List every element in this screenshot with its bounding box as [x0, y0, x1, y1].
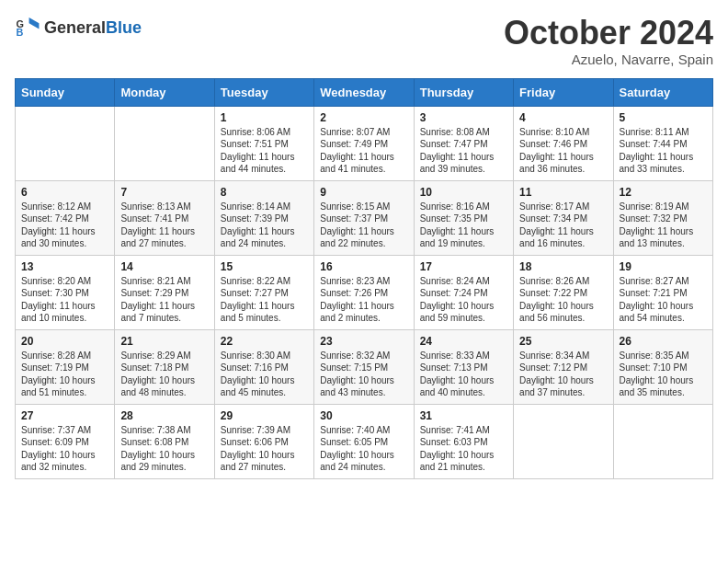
day-number: 31: [420, 409, 507, 422]
day-info: Sunrise: 8:10 AM Sunset: 7:46 PM Dayligh…: [519, 126, 607, 176]
day-info: Sunrise: 7:37 AM Sunset: 6:09 PM Dayligh…: [21, 424, 108, 474]
day-number: 7: [120, 186, 208, 199]
day-number: 18: [519, 260, 607, 273]
day-info: Sunrise: 8:15 AM Sunset: 7:37 PM Dayligh…: [320, 201, 407, 250]
calendar-cell: 25Sunrise: 8:34 AM Sunset: 7:12 PM Dayli…: [514, 329, 613, 404]
calendar-cell: 31Sunrise: 7:41 AM Sunset: 6:03 PM Dayli…: [414, 404, 513, 478]
calendar-cell: 26Sunrise: 8:35 AM Sunset: 7:10 PM Dayli…: [613, 329, 712, 404]
day-number: 1: [221, 111, 308, 124]
day-number: 16: [320, 260, 407, 273]
calendar-cell: 9Sunrise: 8:15 AM Sunset: 7:37 PM Daylig…: [314, 180, 414, 255]
weekday-header-monday: Monday: [115, 78, 214, 106]
title-area: October 2024 Azuelo, Navarre, Spain: [504, 15, 713, 67]
calendar-table: SundayMondayTuesdayWednesdayThursdayFrid…: [15, 78, 713, 479]
day-info: Sunrise: 8:13 AM Sunset: 7:41 PM Dayligh…: [120, 201, 208, 250]
day-number: 8: [221, 186, 308, 199]
logo-blue-text: Blue: [106, 18, 142, 37]
day-info: Sunrise: 7:40 AM Sunset: 6:05 PM Dayligh…: [320, 424, 407, 474]
day-number: 15: [221, 260, 308, 273]
calendar-cell: 7Sunrise: 8:13 AM Sunset: 7:41 PM Daylig…: [115, 180, 214, 255]
day-number: 24: [420, 335, 507, 348]
day-info: Sunrise: 8:11 AM Sunset: 7:44 PM Dayligh…: [620, 126, 707, 176]
calendar-cell: [115, 106, 214, 180]
calendar-cell: 20Sunrise: 8:28 AM Sunset: 7:19 PM Dayli…: [16, 329, 115, 404]
day-info: Sunrise: 7:41 AM Sunset: 6:03 PM Dayligh…: [420, 424, 507, 474]
day-info: Sunrise: 8:17 AM Sunset: 7:34 PM Dayligh…: [519, 201, 607, 250]
logo-icon: G B: [15, 15, 40, 40]
day-info: Sunrise: 8:24 AM Sunset: 7:24 PM Dayligh…: [420, 275, 507, 325]
calendar-cell: 19Sunrise: 8:27 AM Sunset: 7:21 PM Dayli…: [613, 255, 712, 329]
week-row-4: 20Sunrise: 8:28 AM Sunset: 7:19 PM Dayli…: [16, 329, 713, 404]
calendar-cell: 15Sunrise: 8:22 AM Sunset: 7:27 PM Dayli…: [214, 255, 313, 329]
week-row-1: 1Sunrise: 8:06 AM Sunset: 7:51 PM Daylig…: [16, 106, 713, 180]
day-info: Sunrise: 8:22 AM Sunset: 7:27 PM Dayligh…: [221, 275, 308, 325]
day-info: Sunrise: 8:27 AM Sunset: 7:21 PM Dayligh…: [620, 275, 707, 325]
calendar-cell: [16, 106, 115, 180]
day-number: 22: [221, 335, 308, 348]
logo-general-text: General: [44, 18, 106, 37]
day-number: 10: [420, 186, 507, 199]
calendar-cell: 22Sunrise: 8:30 AM Sunset: 7:16 PM Dayli…: [214, 329, 313, 404]
calendar-cell: 5Sunrise: 8:11 AM Sunset: 7:44 PM Daylig…: [613, 106, 712, 180]
day-info: Sunrise: 8:12 AM Sunset: 7:42 PM Dayligh…: [21, 201, 108, 250]
day-number: 30: [320, 409, 407, 422]
day-number: 12: [620, 186, 707, 199]
header: G B GeneralBlue October 2024 Azuelo, Nav…: [15, 15, 713, 67]
weekday-header-row: SundayMondayTuesdayWednesdayThursdayFrid…: [16, 78, 713, 106]
day-number: 20: [21, 335, 108, 348]
day-number: 9: [320, 186, 407, 199]
calendar-cell: 23Sunrise: 8:32 AM Sunset: 7:15 PM Dayli…: [314, 329, 414, 404]
day-info: Sunrise: 8:29 AM Sunset: 7:18 PM Dayligh…: [120, 350, 208, 399]
day-info: Sunrise: 8:30 AM Sunset: 7:16 PM Dayligh…: [221, 350, 308, 399]
day-number: 17: [420, 260, 507, 273]
day-info: Sunrise: 7:39 AM Sunset: 6:06 PM Dayligh…: [221, 424, 308, 474]
day-number: 5: [620, 111, 707, 124]
week-row-5: 27Sunrise: 7:37 AM Sunset: 6:09 PM Dayli…: [16, 404, 713, 478]
location-title: Azuelo, Navarre, Spain: [504, 52, 713, 67]
day-number: 11: [519, 186, 607, 199]
calendar-cell: 28Sunrise: 7:38 AM Sunset: 6:08 PM Dayli…: [115, 404, 214, 478]
day-number: 19: [620, 260, 707, 273]
weekday-header-wednesday: Wednesday: [314, 78, 414, 106]
calendar-cell: 2Sunrise: 8:07 AM Sunset: 7:49 PM Daylig…: [314, 106, 414, 180]
calendar-cell: 11Sunrise: 8:17 AM Sunset: 7:34 PM Dayli…: [514, 180, 613, 255]
calendar-cell: 12Sunrise: 8:19 AM Sunset: 7:32 PM Dayli…: [613, 180, 712, 255]
svg-marker-1: [29, 17, 40, 29]
calendar-cell: 16Sunrise: 8:23 AM Sunset: 7:26 PM Dayli…: [314, 255, 414, 329]
calendar-cell: 27Sunrise: 7:37 AM Sunset: 6:09 PM Dayli…: [16, 404, 115, 478]
day-number: 23: [320, 335, 407, 348]
calendar-cell: 13Sunrise: 8:20 AM Sunset: 7:30 PM Dayli…: [16, 255, 115, 329]
calendar-cell: 21Sunrise: 8:29 AM Sunset: 7:18 PM Dayli…: [115, 329, 214, 404]
calendar-cell: [514, 404, 613, 478]
weekday-header-saturday: Saturday: [613, 78, 712, 106]
day-info: Sunrise: 8:19 AM Sunset: 7:32 PM Dayligh…: [620, 201, 707, 250]
day-info: Sunrise: 8:35 AM Sunset: 7:10 PM Dayligh…: [620, 350, 707, 399]
day-number: 3: [420, 111, 507, 124]
day-info: Sunrise: 8:08 AM Sunset: 7:47 PM Dayligh…: [420, 126, 507, 176]
day-info: Sunrise: 8:34 AM Sunset: 7:12 PM Dayligh…: [519, 350, 607, 399]
weekday-header-sunday: Sunday: [16, 78, 115, 106]
day-info: Sunrise: 7:38 AM Sunset: 6:08 PM Dayligh…: [120, 424, 208, 474]
day-info: Sunrise: 8:06 AM Sunset: 7:51 PM Dayligh…: [221, 126, 308, 176]
calendar-cell: 10Sunrise: 8:16 AM Sunset: 7:35 PM Dayli…: [414, 180, 513, 255]
calendar-cell: 8Sunrise: 8:14 AM Sunset: 7:39 PM Daylig…: [214, 180, 313, 255]
month-title: October 2024: [504, 15, 713, 52]
day-info: Sunrise: 8:07 AM Sunset: 7:49 PM Dayligh…: [320, 126, 407, 176]
weekday-header-friday: Friday: [514, 78, 613, 106]
calendar-cell: 14Sunrise: 8:21 AM Sunset: 7:29 PM Dayli…: [115, 255, 214, 329]
day-number: 28: [120, 409, 208, 422]
day-number: 6: [21, 186, 108, 199]
day-number: 27: [21, 409, 108, 422]
day-info: Sunrise: 8:16 AM Sunset: 7:35 PM Dayligh…: [420, 201, 507, 250]
day-number: 4: [519, 111, 607, 124]
week-row-2: 6Sunrise: 8:12 AM Sunset: 7:42 PM Daylig…: [16, 180, 713, 255]
day-info: Sunrise: 8:14 AM Sunset: 7:39 PM Dayligh…: [221, 201, 308, 250]
calendar-cell: 3Sunrise: 8:08 AM Sunset: 7:47 PM Daylig…: [414, 106, 513, 180]
calendar-cell: 6Sunrise: 8:12 AM Sunset: 7:42 PM Daylig…: [16, 180, 115, 255]
day-number: 26: [620, 335, 707, 348]
day-info: Sunrise: 8:23 AM Sunset: 7:26 PM Dayligh…: [320, 275, 407, 325]
week-row-3: 13Sunrise: 8:20 AM Sunset: 7:30 PM Dayli…: [16, 255, 713, 329]
day-number: 25: [519, 335, 607, 348]
calendar-cell: 29Sunrise: 7:39 AM Sunset: 6:06 PM Dayli…: [214, 404, 313, 478]
calendar-cell: 1Sunrise: 8:06 AM Sunset: 7:51 PM Daylig…: [214, 106, 313, 180]
